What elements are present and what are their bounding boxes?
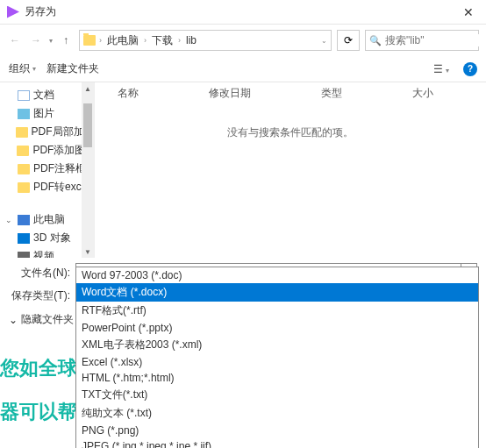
history-dropdown-icon[interactable]: ▾ — [49, 37, 53, 45]
background-text: 您如全球 — [0, 355, 77, 381]
breadcrumb[interactable]: 此电脑 — [105, 33, 140, 48]
close-button[interactable]: ✕ — [458, 4, 479, 21]
doc-icon — [18, 90, 30, 101]
hide-folders-toggle[interactable]: ⌄ 隐藏文件夹 — [9, 312, 74, 327]
filetype-option[interactable]: Excel (*.xlsx) — [76, 354, 478, 370]
tree-item[interactable]: PDF局部加密、F — [4, 123, 94, 141]
column-modified[interactable]: 修改日期 — [209, 86, 251, 101]
tree-item-label: PDF注释框 — [33, 161, 86, 176]
tree-item-label: 此电脑 — [33, 212, 65, 227]
file-list-pane: 名称 修改日期 类型 大小 没有与搜索条件匹配的项。 — [95, 82, 486, 258]
search-icon: 🔍 — [369, 35, 382, 46]
3d-icon — [18, 233, 30, 244]
tree-item[interactable]: 视频 — [4, 247, 94, 258]
filetype-option[interactable]: Word文档 (*.docx) — [76, 283, 478, 302]
tree-item[interactable]: 图片 — [4, 104, 94, 123]
column-size[interactable]: 大小 — [412, 86, 433, 101]
filetype-option[interactable]: PowerPoint (*.pptx) — [76, 320, 478, 336]
help-button[interactable]: ? — [463, 62, 477, 76]
window-title: 另存为 — [25, 4, 458, 19]
filetype-option[interactable]: 纯助文本 (*.txt) — [76, 404, 478, 423]
address-dropdown-icon[interactable]: ⌄ — [321, 37, 327, 45]
folder-icon — [17, 146, 29, 156]
tree-item[interactable]: 3D 对象 — [4, 229, 94, 247]
filetype-option[interactable]: PNG (*.png) — [76, 423, 478, 438]
filetype-option[interactable]: XML电子表格2003 (*.xml) — [76, 336, 478, 354]
filetype-option[interactable]: TXT文件(*.txt) — [76, 386, 478, 404]
search-field[interactable] — [385, 34, 486, 46]
breadcrumb[interactable]: lib — [184, 34, 198, 46]
address-bar[interactable]: › 此电脑 › 下载 › lib ⌄ — [79, 30, 332, 51]
new-folder-button[interactable]: 新建文件夹 — [46, 61, 99, 76]
tree-item[interactable]: 文档 — [4, 86, 94, 104]
tree-item-label: 图片 — [33, 106, 54, 121]
organize-menu[interactable]: 组织▾ — [9, 61, 36, 76]
pc-icon — [18, 215, 30, 225]
scrollbar-vertical[interactable]: ▲ ▼ — [82, 82, 94, 258]
tree-item-label: 3D 对象 — [33, 231, 71, 245]
forward-button[interactable]: → — [28, 32, 44, 48]
folder-icon — [83, 35, 96, 46]
back-button[interactable]: ← — [7, 32, 23, 48]
filetype-option[interactable]: RTF格式(*.rtf) — [76, 302, 478, 320]
tree-item-label: 文档 — [33, 88, 54, 103]
scroll-down-icon[interactable]: ▼ — [82, 245, 94, 258]
tree-item[interactable] — [4, 196, 94, 210]
filetype-option[interactable]: HTML (*.htm;*.html) — [76, 370, 478, 386]
column-name[interactable]: 名称 — [118, 86, 139, 101]
breadcrumb[interactable]: 下载 — [150, 33, 175, 48]
filetype-option[interactable]: JPEG (*.jpg,*.jpeg,*.jpe,*.jif) — [76, 438, 478, 448]
folder-tree: 文档图片PDF局部加密、FPDF添加图片PDF注释框PDF转excel⌄此电脑3… — [0, 82, 95, 258]
filetype-label: 保存类型(T): — [9, 288, 75, 303]
vid-icon — [18, 252, 30, 259]
scroll-thumb[interactable] — [83, 103, 92, 147]
empty-message: 没有与搜索条件匹配的项。 — [95, 125, 486, 140]
search-input[interactable]: 🔍 — [365, 30, 479, 51]
pic-icon — [18, 109, 30, 119]
app-logo-icon — [7, 6, 19, 18]
filename-label: 文件名(N): — [9, 266, 75, 281]
tree-item[interactable]: ⌄此电脑 — [4, 210, 94, 229]
up-button[interactable]: ↑ — [58, 32, 74, 48]
tree-item-label: 视频 — [33, 249, 54, 258]
column-type[interactable]: 类型 — [321, 86, 342, 101]
tree-item[interactable]: PDF注释框 — [4, 160, 94, 178]
scroll-up-icon[interactable]: ▲ — [82, 82, 94, 95]
tree-item[interactable]: PDF转excel — [4, 178, 94, 196]
refresh-button[interactable]: ⟳ — [337, 30, 360, 51]
chevron-right-icon: › — [144, 36, 147, 45]
chevron-down-icon: ⌄ — [9, 314, 18, 326]
filetype-option[interactable]: Word 97-2003 (*.doc) — [76, 267, 478, 283]
folder-icon — [16, 127, 28, 138]
filetype-dropdown-list[interactable]: Word 97-2003 (*.doc)Word文档 (*.docx)RTF格式… — [75, 267, 479, 448]
folder-icon — [18, 182, 30, 193]
tree-item[interactable]: PDF添加图片 — [4, 141, 94, 160]
chevron-right-icon: › — [99, 36, 102, 45]
blank-icon — [18, 198, 30, 209]
folder-icon — [18, 164, 30, 174]
chevron-right-icon: › — [178, 36, 181, 45]
view-options-button[interactable]: ☰ ▾ — [430, 61, 453, 77]
